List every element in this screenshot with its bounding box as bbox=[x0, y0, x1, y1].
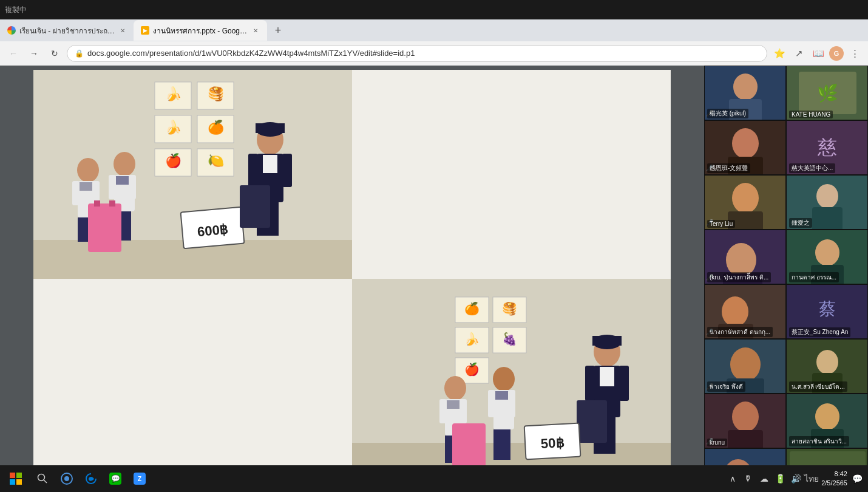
language-label: ไทย bbox=[804, 472, 819, 485]
svg-text:🍌: 🍌 bbox=[165, 119, 182, 135]
svg-text:🥞: 🥞 bbox=[502, 301, 517, 316]
svg-rect-42 bbox=[240, 185, 270, 228]
participant-name-2: KATE HUANG bbox=[789, 111, 833, 118]
svg-rect-19 bbox=[78, 217, 86, 242]
titlebar: 複製中 bbox=[0, 0, 868, 19]
svg-line-142 bbox=[44, 480, 47, 483]
svg-rect-138 bbox=[16, 473, 22, 478]
tray-cloud-icon[interactable]: ☁ bbox=[758, 473, 770, 485]
svg-text:🍎: 🍎 bbox=[464, 362, 480, 377]
svg-rect-73 bbox=[592, 336, 622, 346]
svg-text:🥞: 🥞 bbox=[208, 86, 225, 102]
participant-card[interactable]: 🎤 感恩班-文頻聲 bbox=[704, 120, 786, 175]
participant-card[interactable]: 🎤 (kru. ร)นางกาสิีพร ดิ... bbox=[704, 230, 786, 284]
svg-rect-67 bbox=[488, 390, 495, 417]
slide-photo-bottom-left bbox=[33, 279, 352, 488]
svg-point-100 bbox=[816, 184, 838, 208]
participant-card-terry-liu[interactable]: 🎤 Terry Liu bbox=[704, 175, 786, 230]
url-text: docs.google.com/presentation/d/1wVU0Rkbd… bbox=[87, 49, 759, 58]
photo-top-left-svg: 🍌 🥞 🍌 🍊 🍎 🍋 bbox=[33, 70, 352, 279]
tray-notification-icon[interactable]: 💬 bbox=[851, 473, 863, 485]
tray-speaker-icon[interactable]: 🔊 bbox=[790, 473, 802, 485]
svg-rect-17 bbox=[72, 181, 80, 205]
profile-avatar[interactable]: G bbox=[829, 46, 844, 61]
participant-card[interactable]: 🎤 楊光英 (pikul) bbox=[704, 66, 786, 120]
participant-card[interactable]: 🌿 KATE HUANG bbox=[786, 66, 868, 120]
participant-card[interactable]: 蔡 蔡正安_Su Zheng An bbox=[786, 284, 868, 339]
participant-name-4: 慈大英語中心... bbox=[789, 163, 835, 173]
tab1-close-button[interactable]: ✕ bbox=[118, 26, 126, 35]
zoom-taskbar-button[interactable]: Z bbox=[129, 468, 151, 490]
tab1-label: เรียนเจิน - ผ่ายวิชาการประถม - Goo... bbox=[19, 25, 115, 36]
tab2-close-button[interactable]: ✕ bbox=[251, 26, 260, 35]
participant-card[interactable]: สายสถาชิน สรินาวิ... bbox=[786, 394, 868, 448]
svg-point-120 bbox=[732, 401, 759, 432]
edge-taskbar-button[interactable] bbox=[80, 468, 102, 490]
participant-name-9: นางกาษัทสาดี ตนกกุ... bbox=[707, 327, 773, 337]
bookmark-button[interactable]: ⭐ bbox=[771, 45, 788, 62]
clock-time: 8:42 bbox=[821, 470, 847, 479]
google-classroom-icon bbox=[7, 26, 16, 35]
chrome-taskbar-button[interactable] bbox=[56, 468, 78, 490]
svg-point-141 bbox=[38, 474, 45, 481]
address-actions: ⭐ ↗ 📖 G ⋮ bbox=[771, 45, 863, 62]
svg-rect-140 bbox=[16, 479, 22, 485]
slide-photo-top-right bbox=[352, 70, 671, 279]
slide-photo-bottom-right: 🍊 🥞 🍌 🍇 🍎 bbox=[352, 279, 671, 488]
svg-text:50฿: 50฿ bbox=[540, 435, 565, 451]
participant-name-13: krunu bbox=[707, 439, 727, 446]
svg-point-117 bbox=[816, 350, 838, 374]
line-taskbar-button[interactable]: 💬 bbox=[104, 468, 126, 490]
svg-rect-77 bbox=[619, 366, 629, 401]
participants-panel: 🎤 楊光英 (pikul) 🌿 KATE HUANG 🎤 bbox=[704, 66, 868, 492]
svg-point-57 bbox=[444, 376, 466, 400]
svg-text:🍎: 🍎 bbox=[165, 152, 182, 169]
participant-name-14: สายสถาชิน สรินาวิ... bbox=[789, 436, 849, 446]
tab-google-classroom[interactable]: เรียนเจิน - ผ่ายวิชาการประถม - Goo... ✕ bbox=[0, 20, 134, 41]
photo-bottom-left-svg bbox=[33, 279, 352, 488]
slide-container: 🍌 🥞 🍌 🍊 🍎 🍋 bbox=[33, 70, 671, 488]
participant-card[interactable]: 鍾愛之 bbox=[786, 175, 868, 230]
forward-button[interactable]: → bbox=[25, 45, 42, 62]
reload-button[interactable]: ↻ bbox=[46, 45, 63, 62]
svg-rect-32 bbox=[263, 155, 277, 173]
tray-mic-icon[interactable]: 🎙 bbox=[742, 473, 754, 485]
taskbar: 💬 Z ∧ 🎙 ☁ 🔋 🔊 ไทย 8:42 2/5/2565 💬 bbox=[0, 465, 868, 492]
svg-text:🍌: 🍌 bbox=[165, 86, 182, 102]
tray-language-icon[interactable]: ไทย bbox=[805, 473, 818, 485]
svg-point-114 bbox=[730, 347, 761, 381]
search-taskbar-button[interactable] bbox=[32, 468, 53, 490]
url-bar[interactable]: 🔒 docs.google.com/presentation/d/1wVU0Rk… bbox=[67, 45, 767, 62]
share-button[interactable]: ↗ bbox=[790, 45, 807, 62]
start-button[interactable] bbox=[5, 468, 27, 490]
participant-card[interactable]: กานดาศ อรรณ... bbox=[786, 230, 868, 284]
menu-button[interactable]: ⋮ bbox=[846, 45, 863, 62]
svg-point-97 bbox=[732, 183, 759, 213]
new-tab-button[interactable]: + bbox=[270, 22, 287, 39]
svg-point-21 bbox=[114, 152, 135, 176]
participant-name-6: 鍾愛之 bbox=[789, 218, 812, 228]
svg-rect-101 bbox=[812, 207, 843, 230]
participant-card[interactable]: 慈 慈大英語中心... bbox=[786, 120, 868, 175]
svg-rect-80 bbox=[577, 400, 607, 443]
participant-card[interactable]: น.ศ.สวลี เซียบอ๊โต... bbox=[786, 339, 868, 394]
slide-photo-top-left: 🍌 🥞 🍌 🍊 🍎 🍋 bbox=[33, 70, 352, 279]
tray-expand-icon[interactable]: ∧ bbox=[727, 473, 739, 485]
participant-name-5: Terry Liu bbox=[707, 220, 735, 228]
taskbar-clock: 8:42 2/5/2565 bbox=[821, 470, 847, 488]
reading-mode-button[interactable]: 📖 bbox=[810, 45, 827, 62]
participant-card[interactable]: 🎤 นางกาษัทสาดี ตนกกุ... bbox=[704, 284, 786, 339]
participant-name-10: 蔡正安_Su Zheng An bbox=[789, 327, 850, 337]
svg-rect-137 bbox=[10, 473, 15, 478]
participant-card[interactable]: 🎤 krunu bbox=[704, 394, 786, 448]
svg-rect-24 bbox=[109, 175, 116, 199]
svg-rect-70 bbox=[502, 429, 510, 460]
svg-text:🍋: 🍋 bbox=[208, 152, 225, 169]
svg-rect-69 bbox=[493, 429, 502, 460]
participant-card[interactable]: 🎤 พาเจริย พึงดี bbox=[704, 339, 786, 394]
back-button[interactable]: ← bbox=[5, 45, 22, 62]
svg-rect-76 bbox=[585, 366, 595, 401]
svg-point-109 bbox=[722, 296, 748, 327]
svg-point-106 bbox=[815, 239, 839, 266]
tab-google-slides[interactable]: ▶ งานนิทรรศการ.pptx - Google สไลด์ ✕ bbox=[134, 20, 267, 41]
